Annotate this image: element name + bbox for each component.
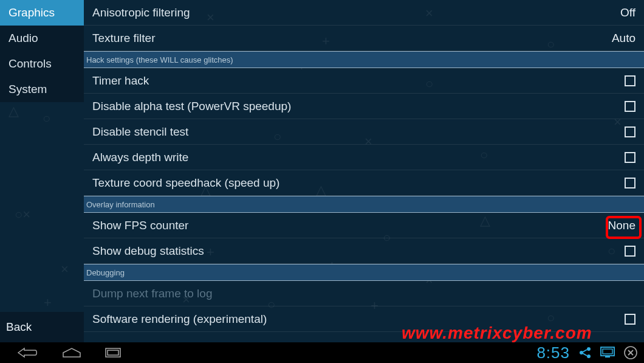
row-texture-coord-speedhack[interactable]: Texture coord speedhack (speed up) <box>84 170 644 196</box>
checkbox[interactable] <box>625 126 635 137</box>
setting-label: Show FPS counter <box>92 219 188 232</box>
share-icon[interactable] <box>578 346 592 359</box>
back-button[interactable]: Back <box>0 312 84 342</box>
svg-point-4 <box>587 354 591 358</box>
sidebar-item-graphics[interactable]: Graphics <box>0 0 84 26</box>
row-disable-alpha-test[interactable]: Disable alpha test (PowerVR speedup) <box>84 94 644 119</box>
setting-label: Anisotropic filtering <box>92 6 190 19</box>
svg-rect-9 <box>605 356 610 358</box>
checkbox[interactable] <box>625 152 635 163</box>
section-header-overlay: Overlay information <box>84 196 644 213</box>
row-show-fps-counter[interactable]: Show FPS counter None <box>84 213 644 238</box>
row-show-debug-statistics[interactable]: Show debug statistics <box>84 238 644 264</box>
checkbox[interactable] <box>625 178 635 188</box>
close-icon[interactable] <box>623 345 638 360</box>
sidebar-item-controls[interactable]: Controls <box>0 51 84 77</box>
checkbox[interactable] <box>625 314 635 325</box>
settings-main: Anisotropic filtering Off Texture filter… <box>84 0 644 342</box>
setting-label: Dump next frame to log <box>92 287 212 300</box>
checkbox[interactable] <box>625 246 635 257</box>
setting-label: Always depth write <box>92 151 188 164</box>
row-timer-hack[interactable]: Timer hack <box>84 68 644 94</box>
checkbox[interactable] <box>625 75 635 86</box>
setting-value: None <box>608 219 635 232</box>
sidebar-item-audio[interactable]: Audio <box>0 26 84 51</box>
setting-label: Software rendering (experimental) <box>92 313 267 326</box>
setting-label: Timer hack <box>92 74 149 88</box>
section-header-hack: Hack settings (these WILL cause glitches… <box>84 51 644 68</box>
nav-recent-icon[interactable] <box>104 347 122 358</box>
setting-label: Texture filter <box>92 32 155 45</box>
watermark-text: www.metrixcyber.com <box>402 323 592 343</box>
android-status-bar: 8:53 <box>0 342 644 363</box>
svg-line-6 <box>583 353 587 356</box>
svg-rect-1 <box>108 350 118 355</box>
status-clock: 8:53 <box>536 344 570 362</box>
setting-label: Texture coord speedhack (speed up) <box>92 176 279 190</box>
setting-value: Off <box>620 6 635 19</box>
svg-line-5 <box>583 350 587 352</box>
svg-rect-8 <box>603 349 612 354</box>
row-disable-stencil-test[interactable]: Disable stencil test <box>84 119 644 145</box>
setting-label: Disable alpha test (PowerVR speedup) <box>92 100 291 113</box>
settings-sidebar: Graphics Audio Controls System Back <box>0 0 84 342</box>
setting-value: Auto <box>612 32 635 45</box>
cast-icon[interactable] <box>600 347 615 359</box>
section-header-debugging: Debugging <box>84 264 644 281</box>
sidebar-item-system[interactable]: System <box>0 77 84 102</box>
nav-home-icon[interactable] <box>62 347 81 358</box>
row-dump-next-frame: Dump next frame to log <box>84 281 644 306</box>
svg-point-3 <box>587 347 591 351</box>
nav-back-icon[interactable] <box>17 347 39 358</box>
setting-label: Disable stencil test <box>92 125 188 139</box>
row-always-depth-write[interactable]: Always depth write <box>84 145 644 170</box>
checkbox[interactable] <box>625 101 635 112</box>
setting-label: Show debug statistics <box>92 244 204 258</box>
row-anisotropic-filtering[interactable]: Anisotropic filtering Off <box>84 0 644 26</box>
row-texture-filter[interactable]: Texture filter Auto <box>84 26 644 51</box>
